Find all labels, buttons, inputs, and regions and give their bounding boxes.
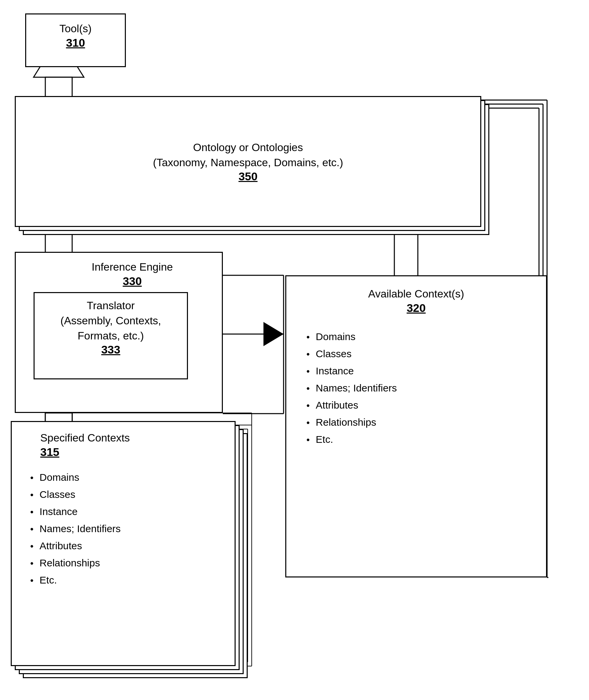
specified-item-4: Names; Identifiers [27,520,226,537]
translator-box: Translator (Assembly, Contexts, Formats,… [34,292,188,379]
specified-item-5: Attributes [27,537,226,554]
specified-title: Specified Contexts [20,430,226,446]
available-item-5: Attributes [303,396,536,414]
available-item-1: Domains [303,328,536,345]
available-number: 320 [296,301,536,315]
specified-item-2: Classes [27,486,226,503]
available-item-6: Relationships [303,414,536,431]
available-list: Domains Classes Instance Names; Identifi… [296,328,536,448]
tools-number: 310 [33,36,118,49]
translator-subtitle2: Formats, etc.) [40,328,182,343]
available-item-2: Classes [303,345,536,362]
specified-item-6: Relationships [27,554,226,571]
translator-title: Translator [40,298,182,313]
available-contexts-box: Available Context(s) 320 Domains Classes… [285,275,547,577]
specified-item-7: Etc. [27,571,226,589]
available-item-7: Etc. [303,431,536,448]
available-item-4: Names; Identifiers [303,379,536,396]
specified-box-layer1: Specified Contexts 315 Domains Classes I… [11,421,236,666]
available-title: Available Context(s) [296,286,536,301]
inference-number: 330 [43,275,222,288]
specified-number: 315 [20,446,226,459]
tools-box: Tool(s) 310 [25,13,126,67]
translator-number: 333 [40,343,182,356]
specified-item-3: Instance [27,503,226,520]
ontology-box-layer1 [15,96,481,227]
inference-title: Inference Engine [43,260,222,275]
tools-title: Tool(s) [33,21,118,36]
available-item-3: Instance [303,362,536,379]
specified-item-1: Domains [27,469,226,486]
specified-list: Domains Classes Instance Names; Identifi… [20,469,226,589]
translator-subtitle: (Assembly, Contexts, [40,313,182,328]
diagram-container: Tool(s) 310 Ontology or Ontologies (Taxo… [0,0,589,700]
